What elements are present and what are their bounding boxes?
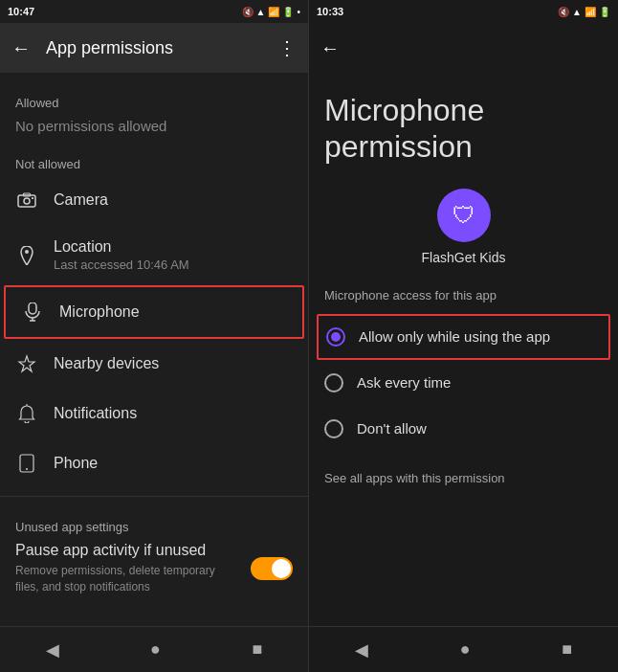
permission-item-nearby[interactable]: Nearby devices bbox=[0, 339, 308, 389]
permission-item-camera[interactable]: Camera bbox=[0, 175, 308, 225]
left-back-button[interactable]: ← bbox=[11, 37, 31, 59]
radio-circle-dont bbox=[324, 419, 343, 438]
left-panel: 10:47 🔇 ▲ 📶 🔋 • ← App permissions ⋮ Allo… bbox=[0, 0, 309, 672]
svg-rect-0 bbox=[18, 195, 35, 207]
left-back-nav-button[interactable]: ◀ bbox=[27, 632, 78, 668]
left-time: 10:47 bbox=[8, 6, 34, 17]
app-name: FlashGet Kids bbox=[422, 250, 506, 265]
right-panel: 10:33 🔇 ▲ 📶 🔋 ← Microphone permission 🛡 … bbox=[309, 0, 618, 672]
right-recents-button[interactable]: ■ bbox=[542, 632, 591, 667]
permission-item-microphone[interactable]: Microphone bbox=[4, 285, 304, 339]
svg-point-9 bbox=[26, 468, 28, 470]
right-time: 10:33 bbox=[317, 6, 343, 17]
nearby-name: Nearby devices bbox=[54, 355, 293, 372]
radio-inner-allow bbox=[331, 332, 341, 342]
right-signal-icon: 📶 bbox=[585, 7, 596, 17]
option-ask-label: Ask every time bbox=[357, 374, 451, 391]
right-content: Microphone permission 🛡 FlashGet Kids Mi… bbox=[309, 73, 618, 626]
right-silent-icon: 🔇 bbox=[558, 7, 569, 17]
left-home-button[interactable]: ● bbox=[131, 632, 180, 667]
nearby-info: Nearby devices bbox=[54, 355, 293, 372]
right-status-bar: 10:33 🔇 ▲ 📶 🔋 bbox=[309, 0, 618, 23]
nearby-icon bbox=[15, 352, 38, 375]
notifications-info: Notifications bbox=[54, 405, 293, 422]
left-status-bar: 10:47 🔇 ▲ 📶 🔋 • bbox=[0, 0, 308, 23]
option-allow-label: Allow only while using the app bbox=[359, 328, 550, 345]
option-allow-while-using[interactable]: Allow only while using the app bbox=[317, 314, 610, 360]
right-back-button[interactable]: ← bbox=[320, 37, 340, 59]
permission-title: Microphone permission bbox=[324, 92, 603, 166]
unused-title: Pause app activity if unused bbox=[15, 542, 239, 559]
left-status-icons: 🔇 ▲ 📶 🔋 • bbox=[242, 7, 300, 17]
unused-label: Unused app settings bbox=[15, 520, 293, 534]
left-toolbar: ← App permissions ⋮ bbox=[0, 23, 308, 73]
access-label: Microphone access for this app bbox=[324, 288, 603, 302]
unused-item: Pause app activity if unused Remove perm… bbox=[15, 542, 293, 595]
see-all-link[interactable]: See all apps with this permission bbox=[324, 471, 603, 485]
allowed-label: Allowed bbox=[0, 88, 308, 114]
left-recents-button[interactable]: ■ bbox=[232, 632, 281, 667]
unused-desc: Remove permissions, delete temporary fil… bbox=[15, 563, 239, 595]
permission-item-notifications[interactable]: Notifications bbox=[0, 389, 308, 438]
left-nav-bar: ◀ ● ■ bbox=[0, 626, 308, 672]
option-ask-every-time[interactable]: Ask every time bbox=[324, 360, 603, 406]
svg-point-1 bbox=[24, 198, 30, 204]
pause-activity-toggle[interactable] bbox=[251, 557, 293, 580]
radio-circle-ask bbox=[324, 373, 343, 392]
camera-name: Camera bbox=[54, 191, 293, 209]
right-back-nav-button[interactable]: ◀ bbox=[336, 632, 387, 668]
app-icon-symbol: 🛡 bbox=[452, 202, 475, 229]
left-content: Allowed No permissions allowed Not allow… bbox=[0, 73, 308, 626]
svg-rect-5 bbox=[29, 302, 36, 314]
notifications-name: Notifications bbox=[54, 405, 293, 422]
camera-icon bbox=[15, 189, 38, 212]
dot-icon: • bbox=[297, 7, 300, 17]
permission-item-location[interactable]: Location Last accessed 10:46 AM bbox=[0, 225, 308, 285]
right-status-icons: 🔇 ▲ 📶 🔋 bbox=[558, 7, 610, 17]
phone-icon bbox=[15, 452, 38, 475]
unused-text: Pause app activity if unused Remove perm… bbox=[15, 542, 239, 595]
phone-info: Phone bbox=[54, 455, 293, 472]
allowed-text: No permissions allowed bbox=[0, 114, 308, 149]
svg-rect-3 bbox=[32, 197, 33, 199]
wifi-icon: ▲ bbox=[256, 7, 266, 17]
battery-icon: 🔋 bbox=[282, 7, 294, 17]
divider bbox=[0, 496, 308, 497]
location-info: Location Last accessed 10:46 AM bbox=[54, 238, 293, 272]
right-battery-icon: 🔋 bbox=[599, 7, 610, 17]
location-name: Location bbox=[54, 238, 293, 256]
left-title: App permissions bbox=[46, 38, 277, 58]
camera-info: Camera bbox=[54, 191, 293, 209]
unused-section: Unused app settings Pause app activity i… bbox=[0, 504, 308, 611]
radio-circle-allow bbox=[326, 327, 345, 347]
microphone-icon bbox=[21, 301, 44, 324]
toggle-thumb bbox=[272, 559, 291, 578]
permission-item-phone[interactable]: Phone bbox=[0, 438, 308, 488]
phone-name: Phone bbox=[54, 455, 293, 472]
app-info: 🛡 FlashGet Kids bbox=[324, 189, 603, 265]
bell-icon bbox=[15, 402, 38, 425]
microphone-name: Microphone bbox=[59, 303, 287, 321]
option-dont-label: Don't allow bbox=[357, 420, 427, 437]
right-home-button[interactable]: ● bbox=[441, 632, 490, 667]
location-sub: Last accessed 10:46 AM bbox=[54, 258, 293, 272]
left-menu-button[interactable]: ⋮ bbox=[277, 36, 297, 59]
right-toolbar: ← bbox=[309, 23, 618, 73]
svg-point-4 bbox=[25, 250, 29, 254]
location-icon bbox=[15, 244, 38, 267]
not-allowed-label: Not allowed bbox=[0, 149, 308, 175]
app-icon: 🛡 bbox=[437, 189, 491, 242]
right-nav-bar: ◀ ● ■ bbox=[309, 626, 618, 672]
signal-icon: 📶 bbox=[268, 7, 279, 17]
right-wifi-icon: ▲ bbox=[572, 7, 582, 17]
option-dont-allow[interactable]: Don't allow bbox=[324, 406, 603, 452]
silent-icon: 🔇 bbox=[242, 7, 254, 17]
microphone-info: Microphone bbox=[59, 303, 287, 321]
svg-marker-8 bbox=[19, 356, 34, 371]
